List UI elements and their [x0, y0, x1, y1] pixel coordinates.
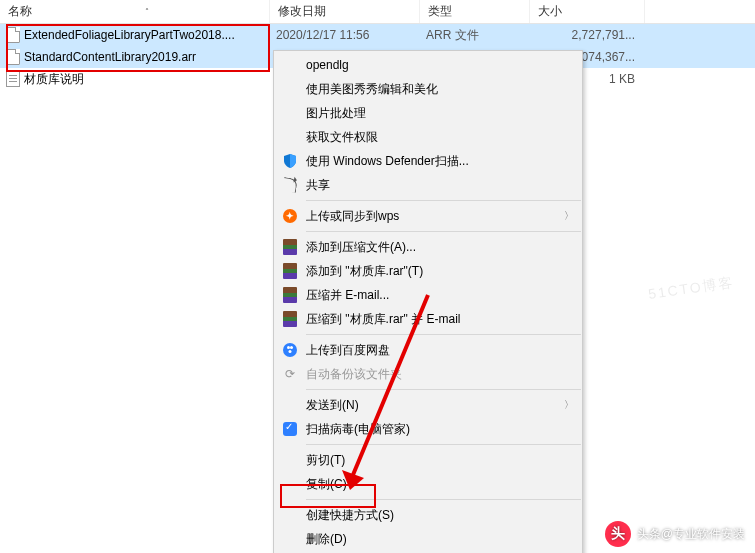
- file-icon: [6, 49, 20, 65]
- file-row[interactable]: ExtendedFoliageLibraryPartTwo2018.... 20…: [0, 24, 755, 46]
- shield-icon: [278, 151, 302, 171]
- blank-icon: [278, 529, 302, 549]
- menu-separator: [306, 334, 581, 335]
- rar-icon: [278, 237, 302, 257]
- menu-rar-email[interactable]: 压缩并 E-mail...: [274, 283, 582, 307]
- menu-batch[interactable]: 图片批处理: [274, 101, 582, 125]
- menu-opendlg[interactable]: opendlg: [274, 53, 582, 77]
- file-size: 2,727,791...: [530, 26, 645, 44]
- rar-icon: [278, 261, 302, 281]
- menu-separator: [306, 231, 581, 232]
- menu-autobackup: ⟳自动备份该文件夹: [274, 362, 582, 386]
- menu-rar-email-named[interactable]: 压缩到 "材质库.rar" 并 E-mail: [274, 307, 582, 331]
- menu-separator: [306, 444, 581, 445]
- menu-sendto[interactable]: 发送到(N)〉: [274, 393, 582, 417]
- header-name[interactable]: 名称 ˄: [0, 0, 270, 23]
- menu-cut[interactable]: 剪切(T): [274, 448, 582, 472]
- chevron-right-icon: 〉: [564, 398, 574, 412]
- sort-indicator-icon: ˄: [145, 7, 149, 16]
- rar-icon: [278, 309, 302, 329]
- blank-icon: [278, 474, 302, 494]
- blank-icon: [278, 103, 302, 123]
- menu-baidu[interactable]: 上传到百度网盘: [274, 338, 582, 362]
- menu-rar-add[interactable]: 添加到压缩文件(A)...: [274, 235, 582, 259]
- baidu-icon: [278, 340, 302, 360]
- context-menu: opendlg 使用美图秀秀编辑和美化 图片批处理 获取文件权限 使用 Wind…: [273, 50, 583, 553]
- blank-icon: [278, 79, 302, 99]
- menu-separator: [306, 200, 581, 201]
- menu-separator: [306, 389, 581, 390]
- menu-rar-add-named[interactable]: 添加到 "材质库.rar"(T): [274, 259, 582, 283]
- menu-scanvirus[interactable]: 扫描病毒(电脑管家): [274, 417, 582, 441]
- file-name: 材质库说明: [24, 71, 84, 88]
- watermark: 头 头条@专业软件安装: [605, 521, 745, 547]
- file-icon: [6, 27, 20, 43]
- file-name: ExtendedFoliageLibraryPartTwo2018....: [24, 28, 235, 42]
- chevron-right-icon: 〉: [564, 209, 574, 223]
- share-icon: [278, 175, 302, 195]
- menu-share[interactable]: 共享: [274, 173, 582, 197]
- file-date: 2020/12/17 11:56: [270, 26, 420, 44]
- file-type: ARR 文件: [420, 25, 530, 46]
- toutiao-icon: 头: [605, 521, 631, 547]
- header-date[interactable]: 修改日期: [270, 0, 420, 23]
- menu-separator: [306, 499, 581, 500]
- scan-icon: [278, 419, 302, 439]
- blank-icon: [278, 505, 302, 525]
- blank-icon: [278, 55, 302, 75]
- wps-icon: ✦: [278, 206, 302, 226]
- header-type[interactable]: 类型: [420, 0, 530, 23]
- watermark-faint: 51CTO博客: [647, 274, 736, 304]
- blank-icon: [278, 450, 302, 470]
- column-headers[interactable]: 名称 ˄ 修改日期 类型 大小: [0, 0, 755, 24]
- menu-defender[interactable]: 使用 Windows Defender扫描...: [274, 149, 582, 173]
- header-size[interactable]: 大小: [530, 0, 645, 23]
- sync-icon: ⟳: [278, 364, 302, 384]
- file-name: StandardContentLibrary2019.arr: [24, 50, 196, 64]
- blank-icon: [278, 127, 302, 147]
- menu-meitu[interactable]: 使用美图秀秀编辑和美化: [274, 77, 582, 101]
- menu-copy[interactable]: 复制(C): [274, 472, 582, 496]
- text-file-icon: [6, 71, 20, 87]
- watermark-text: 头条@专业软件安装: [637, 526, 745, 543]
- blank-icon: [278, 395, 302, 415]
- menu-permissions[interactable]: 获取文件权限: [274, 125, 582, 149]
- menu-shortcut[interactable]: 创建快捷方式(S): [274, 503, 582, 527]
- rar-icon: [278, 285, 302, 305]
- menu-delete[interactable]: 删除(D): [274, 527, 582, 551]
- menu-wps[interactable]: ✦上传或同步到wps〉: [274, 204, 582, 228]
- header-name-label: 名称: [8, 3, 32, 20]
